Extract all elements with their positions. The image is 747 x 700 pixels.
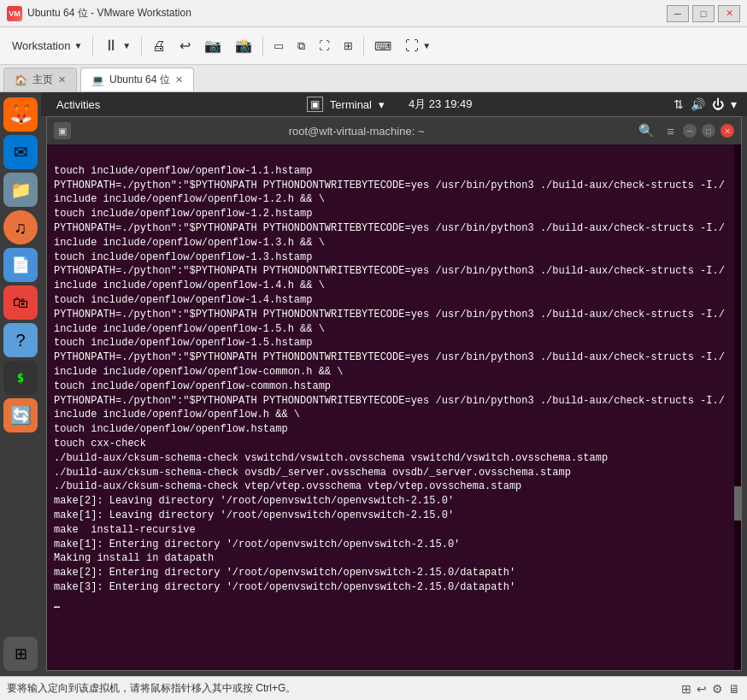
sidebar-item-terminal[interactable]: $ bbox=[3, 361, 38, 395]
terminal-line-7: touch include/openflow/openflow-1.4.hsta… bbox=[54, 294, 312, 306]
terminal-scrollbar-thumb[interactable] bbox=[734, 486, 741, 521]
toolbar-separator-3 bbox=[262, 36, 263, 56]
terminal-controls: 🔍 ≡ ─ □ ✕ bbox=[635, 121, 734, 140]
terminal-line-16: ./build-aux/cksum-schema-check ovsdb/_se… bbox=[54, 467, 571, 479]
terminal-line-1: touch include/openflow/openflow-1.1.hsta… bbox=[54, 165, 312, 177]
maximize-button[interactable]: □ bbox=[692, 5, 715, 22]
sidebar-item-appstore[interactable]: 🛍 bbox=[3, 285, 38, 320]
ctrlaltdel-button[interactable]: ⌨ bbox=[369, 33, 397, 59]
terminal-search-icon[interactable]: 🔍 bbox=[635, 121, 658, 140]
status-usb-icon[interactable]: ↩ bbox=[697, 682, 707, 696]
terminal-line-6: PYTHONPATH=./python":"$PYTHONPATH PYTHON… bbox=[54, 265, 725, 291]
status-text: 要将输入定向到该虚拟机，请将鼠标指针移入其中或按 Ctrl+G。 bbox=[7, 681, 681, 696]
volume-icon[interactable]: 🔊 bbox=[691, 97, 705, 111]
fullscreen-dropdown: ▼ bbox=[422, 41, 431, 50]
title-bar: VM Ubuntu 64 位 - VMware Workstation ─ □ … bbox=[0, 0, 747, 27]
close-button[interactable]: ✕ bbox=[718, 5, 740, 22]
terminal-window-icon: ▣ bbox=[54, 122, 71, 139]
sidebar-item-firefox[interactable]: 🦊 bbox=[3, 97, 38, 132]
terminal-line-18: make[2]: Leaving directory '/root/openvs… bbox=[54, 495, 454, 507]
pause-dropdown: ▼ bbox=[122, 41, 131, 50]
terminal-titlebar: ▣ root@wlt-virtual-machine: ~ 🔍 ≡ ─ □ ✕ bbox=[47, 117, 741, 144]
status-bar-icons: ⊞ ↩ ⚙ 🖥 bbox=[681, 682, 740, 696]
view-full-icon: ⛶ bbox=[319, 39, 330, 52]
view-unity-icon: ⧉ bbox=[297, 39, 305, 53]
app-icon: VM bbox=[7, 6, 22, 21]
content-right: Activities ▣ Terminal ▾ 4月 23 19:49 ⇅ 🔊 … bbox=[41, 92, 747, 676]
sidebar-item-updates[interactable]: 🔄 bbox=[3, 398, 38, 432]
activities-button[interactable]: Activities bbox=[51, 97, 105, 113]
terminal-line-4: PYTHONPATH=./python":"$PYTHONPATH PYTHON… bbox=[54, 222, 725, 249]
terminal-line-12: PYTHONPATH=./python":"$PYTHONPATH PYTHON… bbox=[54, 395, 725, 421]
tab-ubuntu-close[interactable]: ✕ bbox=[175, 74, 183, 85]
gnome-right-icons: ⇅ 🔊 ⏻ ▾ bbox=[673, 97, 737, 111]
terminal-line-8: PYTHONPATH=./python":"$PYTHONPATH PYTHON… bbox=[54, 309, 725, 335]
terminal-indicator-icon: ▣ bbox=[307, 97, 323, 112]
snapshot-icon: 🖨 bbox=[152, 38, 166, 54]
terminal-line-10: PYTHONPATH=./python":"$PYTHONPATH PYTHON… bbox=[54, 351, 725, 378]
terminal-line-5: touch include/openflow/openflow-1.3.hsta… bbox=[54, 251, 312, 263]
terminal-window[interactable]: ▣ root@wlt-virtual-machine: ~ 🔍 ≡ ─ □ ✕ … bbox=[46, 116, 742, 671]
snapshot-new-button[interactable]: 📸 bbox=[230, 33, 257, 59]
terminal-window-title: root@wlt-virtual-machine: ~ bbox=[78, 125, 635, 138]
status-display-icon[interactable]: 🖥 bbox=[728, 682, 740, 696]
terminal-line-13: touch include/openflow/openflow.hstamp bbox=[54, 423, 288, 435]
terminal-maximize-button[interactable]: □ bbox=[702, 124, 715, 138]
view-full-button[interactable]: ⛶ bbox=[314, 33, 335, 59]
view-split-button[interactable]: ⊞ bbox=[338, 33, 358, 59]
tab-bar: 🏠 主页 ✕ 💻 Ubuntu 64 位 ✕ bbox=[0, 65, 747, 92]
terminal-line-2: PYTHONPATH=./python":"$PYTHONPATH PYTHON… bbox=[54, 179, 725, 206]
toolbar-separator-2 bbox=[141, 36, 142, 56]
terminal-line-22: Making install in datapath bbox=[54, 552, 214, 564]
tab-ubuntu-label: Ubuntu 64 位 bbox=[109, 73, 170, 87]
revert-icon: ↩ bbox=[179, 38, 191, 54]
workstation-menu[interactable]: Workstation ▼ bbox=[7, 33, 87, 59]
sidebar-item-music[interactable]: ♫ bbox=[3, 210, 38, 244]
terminal-dropdown-icon[interactable]: ▾ bbox=[379, 98, 385, 111]
sidebar-item-document[interactable]: 📄 bbox=[3, 248, 38, 282]
pause-button[interactable]: ⏸ ▼ bbox=[98, 33, 136, 59]
view-normal-icon: ▭ bbox=[274, 39, 284, 52]
snapshot-manager-button[interactable]: 📷 bbox=[199, 33, 226, 59]
terminal-area: ▣ root@wlt-virtual-machine: ~ 🔍 ≡ ─ □ ✕ … bbox=[41, 116, 747, 676]
sidebar-item-help[interactable]: ? bbox=[3, 323, 38, 357]
terminal-line-11: touch include/openflow/openflow-common.h… bbox=[54, 380, 331, 392]
fullscreen-button[interactable]: ⛶ ▼ bbox=[400, 33, 436, 59]
toolbar-separator-1 bbox=[92, 36, 93, 56]
terminal-line-24: make[3]: Entering directory '/root/openv… bbox=[54, 581, 515, 593]
terminal-line-3: touch include/openflow/openflow-1.2.hsta… bbox=[54, 208, 312, 220]
tab-ubuntu[interactable]: 💻 Ubuntu 64 位 ✕ bbox=[80, 68, 194, 91]
gnome-top-bar: Activities ▣ Terminal ▾ 4月 23 19:49 ⇅ 🔊 … bbox=[41, 92, 747, 116]
vmware-toolbar: Workstation ▼ ⏸ ▼ 🖨 ↩ 📷 📸 ▭ ⧉ ⛶ ⊞ ⌨ ⛶ ▼ bbox=[0, 27, 747, 65]
sidebar-item-thunderbird[interactable]: ✉ bbox=[3, 135, 38, 169]
terminal-line-17: ./build-aux/cksum-schema-check vtep/vtep… bbox=[54, 480, 521, 492]
status-network-icon[interactable]: ⊞ bbox=[681, 682, 691, 696]
power-icon[interactable]: ⏻ bbox=[712, 97, 724, 111]
snapshot-new-icon: 📸 bbox=[235, 38, 252, 54]
terminal-content[interactable]: touch include/openflow/openflow-1.1.hsta… bbox=[47, 144, 734, 670]
revert-button[interactable]: ↩ bbox=[174, 33, 196, 59]
view-unity-button[interactable]: ⧉ bbox=[292, 33, 310, 59]
pause-icon: ⏸ bbox=[103, 37, 119, 55]
terminal-label[interactable]: Terminal bbox=[330, 98, 372, 111]
snapshot-button[interactable]: 🖨 bbox=[147, 33, 171, 59]
minimize-button[interactable]: ─ bbox=[667, 5, 689, 22]
ubuntu-dock: 🦊 ✉ 📁 ♫ 📄 🛍 ? $ 🔄 ⊞ bbox=[0, 92, 41, 676]
terminal-minimize-button[interactable]: ─ bbox=[683, 124, 697, 138]
toolbar-separator-4 bbox=[363, 36, 364, 56]
system-menu-icon[interactable]: ▾ bbox=[731, 97, 737, 111]
status-settings-icon[interactable]: ⚙ bbox=[712, 682, 723, 696]
view-normal-button[interactable]: ▭ bbox=[268, 33, 289, 59]
fullscreen-icon: ⛶ bbox=[405, 38, 419, 54]
tab-home[interactable]: 🏠 主页 ✕ bbox=[3, 68, 77, 91]
tab-home-close[interactable]: ✕ bbox=[58, 74, 66, 85]
sidebar-item-files[interactable]: 📁 bbox=[3, 173, 38, 207]
terminal-menu-icon[interactable]: ≡ bbox=[663, 122, 678, 140]
terminal-close-button[interactable]: ✕ bbox=[721, 124, 734, 138]
terminal-line-23: make[2]: Entering directory '/root/openv… bbox=[54, 567, 515, 579]
view-split-icon: ⊞ bbox=[344, 39, 353, 52]
sidebar-item-grid[interactable]: ⊞ bbox=[3, 637, 38, 671]
terminal-cursor: █ bbox=[54, 596, 60, 608]
terminal-scrollbar[interactable] bbox=[734, 144, 741, 670]
network-icon[interactable]: ⇅ bbox=[673, 97, 684, 111]
